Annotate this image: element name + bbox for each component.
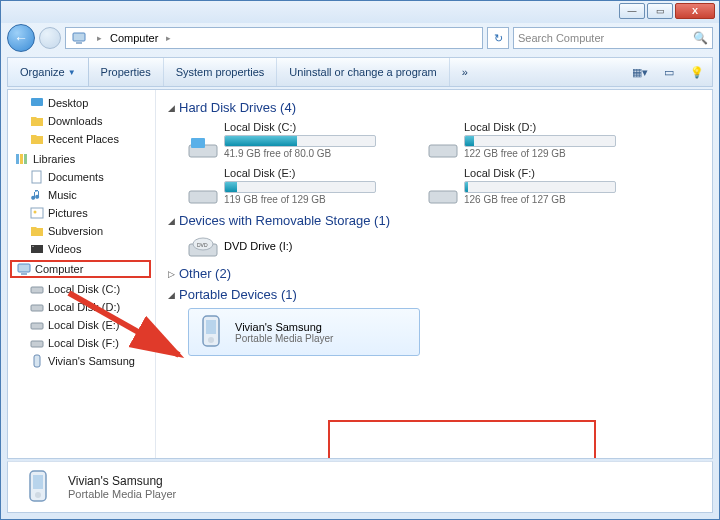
svg-rect-27 [206, 320, 216, 334]
sidebar-item-samsung[interactable]: Vivian's Samsung [8, 352, 155, 370]
breadcrumb[interactable]: ▸ Computer ▸ [65, 27, 483, 49]
drive-e[interactable]: Local Disk (E:) 119 GB free of 129 GB [188, 167, 388, 205]
libraries-icon [15, 152, 29, 166]
sidebar-item-subversion[interactable]: Subversion [8, 222, 155, 240]
content-area: Desktop Downloads Recent Places Librarie… [7, 89, 713, 459]
sidebar-item-local-disk-c[interactable]: Local Disk (C:) [8, 280, 155, 298]
sidebar-item-computer[interactable]: Computer [10, 260, 151, 278]
sidebar-item-desktop[interactable]: Desktop [8, 94, 155, 112]
svg-point-28 [208, 337, 214, 343]
drive-icon [188, 181, 218, 205]
breadcrumb-item[interactable]: Computer [104, 32, 164, 44]
portable-device-samsung[interactable]: Vivian's Samsung Portable Media Player [188, 308, 420, 356]
device-type: Portable Media Player [235, 333, 333, 344]
svg-rect-0 [73, 33, 85, 41]
svg-rect-7 [31, 208, 43, 218]
sidebar-item-libraries[interactable]: Libraries [8, 150, 155, 168]
maximize-button[interactable]: ▭ [647, 3, 673, 19]
sidebar-item-local-disk-f[interactable]: Local Disk (F:) [8, 334, 155, 352]
sidebar-item-music[interactable]: Music [8, 186, 155, 204]
address-bar: ← ▸ Computer ▸ ↻ Search Computer 🔍 [7, 23, 713, 53]
chevron-down-icon: ▼ [68, 68, 76, 77]
properties-button[interactable]: Properties [89, 58, 164, 86]
details-name: Vivian's Samsung [68, 474, 176, 488]
computer-icon [72, 31, 86, 45]
phone-icon [30, 354, 44, 368]
sidebar-item-documents[interactable]: Documents [8, 168, 155, 186]
svg-rect-11 [18, 264, 30, 272]
svg-rect-4 [20, 154, 23, 164]
drive-f[interactable]: Local Disk (F:) 126 GB free of 127 GB [428, 167, 628, 205]
collapse-icon: ◢ [168, 290, 175, 300]
system-properties-button[interactable]: System properties [164, 58, 278, 86]
svg-rect-17 [34, 355, 40, 367]
organize-button[interactable]: Organize ▼ [8, 58, 89, 86]
sidebar-item-recent[interactable]: Recent Places [8, 130, 155, 148]
chevron-right-icon: ▸ [164, 33, 173, 43]
section-hard-disk-drives[interactable]: ◢Hard Disk Drives (4) [168, 100, 700, 115]
details-pane: Vivian's Samsung Portable Media Player [7, 461, 713, 513]
svg-rect-2 [31, 98, 43, 106]
drive-icon [30, 300, 44, 314]
expand-icon: ▷ [168, 269, 175, 279]
svg-rect-6 [32, 171, 41, 183]
svg-rect-13 [31, 287, 43, 293]
drive-icon [30, 318, 44, 332]
window-frame: — ▭ X ← ▸ Computer ▸ ↻ Search Computer 🔍… [0, 0, 720, 520]
drive-d[interactable]: Local Disk (D:) 122 GB free of 129 GB [428, 121, 628, 159]
main-pane: ◢Hard Disk Drives (4) Local Disk (C:) 41… [156, 90, 712, 458]
svg-rect-3 [16, 154, 19, 164]
drive-icon [428, 135, 458, 159]
search-icon: 🔍 [693, 31, 708, 45]
collapse-icon: ◢ [168, 103, 175, 113]
collapse-icon: ◢ [168, 216, 175, 226]
sidebar-item-local-disk-e[interactable]: Local Disk (E:) [8, 316, 155, 334]
navigation-pane: Desktop Downloads Recent Places Librarie… [8, 90, 156, 458]
videos-icon [30, 242, 44, 256]
search-input[interactable]: Search Computer 🔍 [513, 27, 713, 49]
sidebar-item-pictures[interactable]: Pictures [8, 204, 155, 222]
svg-rect-15 [31, 323, 43, 329]
sidebar-item-downloads[interactable]: Downloads [8, 112, 155, 130]
refresh-button[interactable]: ↻ [487, 27, 509, 49]
forward-button[interactable] [39, 27, 61, 49]
dvd-icon: DVD [188, 234, 218, 258]
document-icon [30, 170, 44, 184]
section-removable[interactable]: ◢Devices with Removable Storage (1) [168, 213, 700, 228]
svg-rect-1 [76, 42, 82, 44]
chevron-right-icon: ▸ [95, 33, 104, 43]
drive-icon [188, 135, 218, 159]
svg-rect-10 [32, 246, 34, 247]
more-button[interactable]: » [450, 58, 480, 86]
svg-rect-19 [191, 138, 205, 148]
sidebar-item-local-disk-d[interactable]: Local Disk (D:) [8, 298, 155, 316]
minimize-button[interactable]: — [619, 3, 645, 19]
computer-icon [17, 262, 31, 276]
folder-icon [30, 132, 44, 146]
sidebar-item-videos[interactable]: Videos [8, 240, 155, 258]
drive-icon [30, 336, 44, 350]
drive-c[interactable]: Local Disk (C:) 41.9 GB free of 80.0 GB [188, 121, 388, 159]
svg-point-32 [35, 492, 41, 498]
section-other[interactable]: ▷Other (2) [168, 266, 700, 281]
toolbar: Organize ▼ Properties System properties … [7, 57, 713, 87]
help-button[interactable]: 💡 [682, 66, 712, 79]
preview-pane-button[interactable]: ▭ [656, 66, 682, 79]
music-icon [30, 188, 44, 202]
folder-icon [30, 224, 44, 238]
phone-icon [18, 467, 58, 507]
svg-rect-31 [33, 475, 43, 489]
phone-icon [195, 312, 227, 352]
svg-rect-16 [31, 341, 43, 347]
section-portable[interactable]: ◢Portable Devices (1) [168, 287, 700, 302]
desktop-icon [30, 96, 44, 110]
dvd-drive[interactable]: DVD DVD Drive (I:) [188, 234, 388, 258]
annotation-box [328, 420, 596, 458]
svg-rect-21 [189, 191, 217, 203]
device-name: Vivian's Samsung [235, 321, 333, 333]
close-button[interactable]: X [675, 3, 715, 19]
back-button[interactable]: ← [7, 24, 35, 52]
svg-rect-14 [31, 305, 43, 311]
view-options-button[interactable]: ▦▾ [624, 66, 656, 79]
uninstall-button[interactable]: Uninstall or change a program [277, 58, 449, 86]
